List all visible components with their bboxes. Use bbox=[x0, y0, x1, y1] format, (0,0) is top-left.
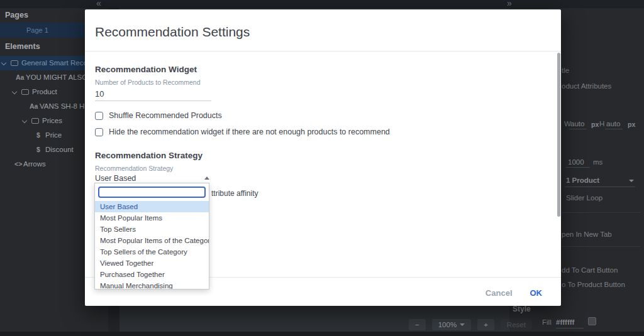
zoom-out-button[interactable]: − bbox=[409, 319, 426, 330]
count-field-input[interactable]: 10 bbox=[95, 89, 104, 99]
fill-color-swatch[interactable] bbox=[588, 317, 596, 325]
height-input[interactable]: auto bbox=[606, 120, 620, 127]
cancel-button[interactable]: Cancel bbox=[486, 288, 513, 298]
add-to-cart-button-label: dd To Cart Button bbox=[562, 266, 618, 274]
panel-divider bbox=[562, 246, 640, 247]
recommendation-settings-modal: Recommendation Settings Recommendation W… bbox=[85, 9, 561, 306]
attribute-affinity-label: ttribute affinity bbox=[211, 189, 258, 198]
chevron-down-icon[interactable] bbox=[1, 60, 6, 65]
dollar-icon: $ bbox=[36, 146, 40, 153]
shuffle-checkbox-row[interactable]: Shuffle Recommended Products bbox=[95, 111, 222, 120]
product-attributes-label: oduct Attributes bbox=[562, 82, 611, 90]
go-to-product-button-label: o To Product Button bbox=[562, 281, 625, 288]
open-in-new-tab-label: pen In New Tab bbox=[562, 230, 612, 238]
dropdown-options-list: User BasedMost Popular ItemsTop SellersM… bbox=[95, 201, 209, 290]
tree-item-label: Prices bbox=[42, 117, 62, 124]
tree-item-label: VANS SH-8 HI bbox=[40, 102, 87, 110]
dropdown-option-purchased-together[interactable]: Purchased Together bbox=[95, 269, 209, 280]
fill-label: Fill bbox=[542, 318, 552, 326]
dropdown-option-manual-merchandising[interactable]: Manual Merchandising bbox=[95, 280, 209, 290]
dropdown-option-top-sellers-of-the-category[interactable]: Top Sellers of the Category bbox=[95, 246, 209, 257]
zoom-reset-label: Reset bbox=[507, 321, 526, 328]
dropdown-option-most-popular-items[interactable]: Most Popular Items bbox=[95, 212, 209, 224]
modal-scrollbar-thumb[interactable] bbox=[557, 53, 560, 217]
shuffle-checkbox[interactable] bbox=[95, 112, 103, 120]
text-icon: Aa bbox=[30, 102, 38, 110]
chevron-down-icon[interactable] bbox=[12, 89, 17, 94]
chevron-down-icon[interactable] bbox=[22, 118, 27, 123]
fill-underline bbox=[556, 328, 584, 328]
tree-item-label: Discount bbox=[45, 146, 74, 153]
elements-header: Elements bbox=[5, 42, 40, 51]
zoom-caret-icon bbox=[460, 323, 465, 326]
slider-loop-label: Slider Loop bbox=[566, 194, 602, 202]
width-underline bbox=[569, 129, 587, 129]
container-icon bbox=[11, 60, 18, 66]
hide-widget-checkbox-row[interactable]: Hide the recommendation widget if there … bbox=[95, 127, 390, 136]
zoom-in-button[interactable]: + bbox=[477, 319, 494, 330]
code-icon: <> bbox=[14, 160, 22, 168]
dollar-icon: $ bbox=[36, 131, 40, 139]
dropdown-option-most-popular-items-of-the-category[interactable]: Most Popular Items of the Category bbox=[95, 235, 209, 246]
duration-input[interactable]: 1000 bbox=[568, 158, 584, 166]
height-label: H bbox=[599, 120, 604, 127]
style-section-heading: Style bbox=[513, 305, 531, 313]
count-field-label: Number of Products to Recommend bbox=[95, 79, 201, 86]
shuffle-checkbox-label: Shuffle Recommended Products bbox=[109, 111, 222, 120]
bottom-strip bbox=[0, 332, 644, 336]
pages-header: Pages bbox=[5, 11, 28, 19]
modal-header-divider bbox=[85, 51, 561, 51]
hide-widget-checkbox-label: Hide the recommendation widget if there … bbox=[109, 127, 390, 136]
strategy-select-caret-icon[interactable] bbox=[204, 176, 209, 180]
zoom-level-select[interactable]: 100% bbox=[432, 319, 471, 330]
strategy-select[interactable]: User Based bbox=[95, 174, 136, 183]
strategy-section-heading: Recommendation Strategy bbox=[95, 151, 203, 160]
container-icon bbox=[31, 118, 39, 124]
strategy-dropdown: User BasedMost Popular ItemsTop SellersM… bbox=[94, 183, 209, 290]
width-input[interactable]: auto bbox=[570, 120, 584, 127]
modal-title: Recommendation Settings bbox=[95, 24, 250, 40]
zoom-in-icon: + bbox=[484, 321, 488, 328]
strategy-select-label: Recommendation Strategy bbox=[95, 165, 173, 172]
ok-button[interactable]: OK bbox=[530, 288, 543, 298]
dropdown-option-user-based[interactable]: User Based bbox=[95, 201, 209, 212]
dropdown-option-top-sellers[interactable]: Top Sellers bbox=[95, 224, 209, 235]
fill-value-input[interactable]: #ffffff bbox=[556, 318, 574, 326]
hide-widget-checkbox[interactable] bbox=[95, 128, 103, 136]
duration-underline bbox=[566, 167, 590, 168]
product-select-caret-icon bbox=[629, 180, 634, 182]
height-underline bbox=[605, 129, 623, 129]
panel-divider bbox=[562, 212, 640, 213]
app-stage: « » Pages Page 1 Elements General Smart … bbox=[0, 0, 644, 336]
zoom-out-icon: − bbox=[415, 321, 419, 328]
widget-section-heading: Recommendation Widget bbox=[95, 65, 197, 74]
canvas-zoom-toolbar: − 100% + Reset bbox=[409, 319, 532, 330]
product-count-select[interactable]: 1 Product bbox=[566, 176, 599, 184]
zoom-level-value: 100% bbox=[438, 321, 457, 328]
container-icon bbox=[21, 89, 29, 95]
text-icon: Aa bbox=[16, 73, 24, 81]
title-field-label: tle bbox=[562, 67, 569, 74]
tree-item-label: Arrows bbox=[23, 160, 46, 168]
count-field-underline bbox=[95, 100, 211, 101]
height-unit: px bbox=[628, 121, 635, 128]
page-item-label: Page 1 bbox=[26, 26, 48, 34]
tree-item-label: Price bbox=[45, 131, 62, 139]
product-select-underline bbox=[565, 187, 635, 187]
dropdown-search-input[interactable] bbox=[98, 187, 206, 198]
zoom-reset-button[interactable]: Reset bbox=[501, 319, 532, 330]
tree-item-label: Product bbox=[32, 88, 57, 95]
collapse-right-icon[interactable]: » bbox=[507, 0, 512, 8]
collapse-left-icon[interactable]: « bbox=[96, 0, 101, 8]
width-unit: px bbox=[591, 121, 599, 128]
dropdown-option-viewed-together[interactable]: Viewed Together bbox=[95, 257, 209, 269]
duration-unit: ms bbox=[593, 158, 602, 166]
